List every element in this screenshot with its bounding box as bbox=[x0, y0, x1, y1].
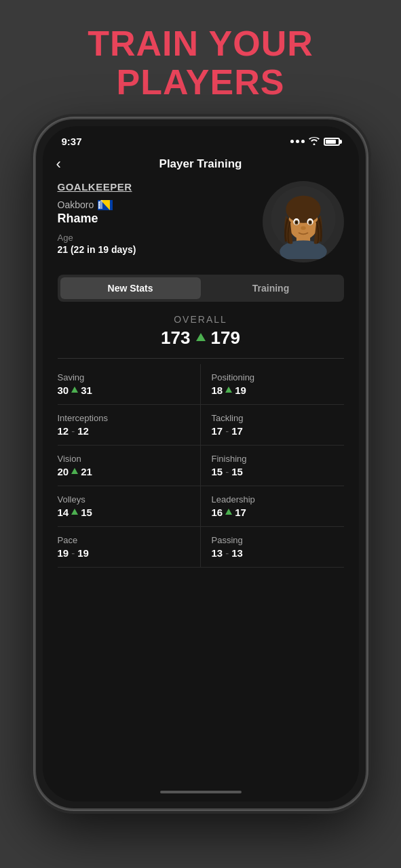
phone-shell: 9:37 bbox=[35, 118, 367, 810]
stat-old-value: 19 bbox=[58, 547, 69, 559]
tab-new-stats[interactable]: New Stats bbox=[60, 277, 201, 299]
stat-old-value: 16 bbox=[212, 507, 223, 518]
stat-name: Vision bbox=[58, 454, 189, 464]
back-button[interactable]: ‹ bbox=[56, 155, 78, 173]
stat-cell: Passing 13 - 13 bbox=[201, 527, 344, 568]
player-name: Rhame bbox=[58, 212, 136, 226]
header-title: Player Training bbox=[78, 157, 324, 171]
stat-dash: - bbox=[71, 547, 75, 559]
overall-section: OVERALL 173 179 bbox=[58, 314, 344, 349]
wifi-icon bbox=[309, 136, 320, 147]
stat-new-value: 13 bbox=[231, 547, 243, 559]
tab-training[interactable]: Training bbox=[201, 277, 341, 299]
stat-values: 12 - 12 bbox=[58, 425, 189, 437]
stat-arrow-up bbox=[225, 387, 232, 393]
stat-old-value: 17 bbox=[212, 425, 223, 437]
stat-values: 19 - 19 bbox=[58, 547, 189, 559]
headline: TRAIN YOUR PLAYERS bbox=[74, 0, 327, 118]
club-name: Oakboro bbox=[58, 199, 94, 210]
club-row: Oakboro ★ ★ ★ bbox=[58, 199, 136, 210]
side-button-mute bbox=[31, 240, 34, 264]
stat-new-value: 21 bbox=[81, 466, 92, 477]
battery-icon bbox=[324, 138, 340, 146]
stat-name: Interceptions bbox=[58, 413, 189, 423]
stat-arrow-up bbox=[71, 509, 78, 515]
stat-new-value: 19 bbox=[235, 384, 246, 396]
stat-old-value: 14 bbox=[58, 507, 69, 518]
stat-cell: Finishing 15 - 15 bbox=[201, 446, 344, 486]
phone-screen: 9:37 bbox=[43, 126, 359, 802]
stat-dash: - bbox=[71, 425, 75, 437]
stat-cell: Vision 20 21 bbox=[58, 446, 201, 486]
overall-values: 173 179 bbox=[58, 328, 344, 349]
stat-dash: - bbox=[225, 547, 229, 559]
stat-arrow-up bbox=[225, 509, 232, 515]
svg-point-17 bbox=[295, 222, 297, 224]
svg-point-12 bbox=[286, 196, 320, 223]
stat-cell: Volleys 14 15 bbox=[58, 486, 201, 527]
stat-arrow-up bbox=[71, 387, 78, 393]
stat-new-value: 17 bbox=[231, 425, 243, 437]
overall-arrow-up bbox=[196, 333, 206, 341]
header-nav: ‹ Player Training bbox=[43, 153, 359, 181]
tab-bar: New Stats Training bbox=[58, 275, 344, 302]
flag-icon: ★ ★ ★ bbox=[98, 200, 113, 210]
stat-old-value: 20 bbox=[58, 466, 69, 477]
stat-values: 15 - 15 bbox=[212, 466, 341, 477]
stats-grid: Saving 30 31 Positioning 18 19 Intercept… bbox=[58, 364, 344, 568]
stat-cell: Pace 19 - 19 bbox=[58, 527, 201, 568]
overall-label: OVERALL bbox=[58, 314, 344, 325]
stat-cell: Leadership 16 17 bbox=[201, 486, 344, 527]
stat-name: Saving bbox=[58, 372, 189, 382]
stat-old-value: 15 bbox=[212, 466, 223, 477]
player-info: GOALKEEPER Oakboro ★ bbox=[58, 181, 136, 255]
stat-name: Passing bbox=[212, 535, 341, 545]
headline-line1: TRAIN YOUR bbox=[88, 24, 313, 63]
age-label: Age bbox=[58, 233, 136, 243]
player-avatar-svg bbox=[266, 184, 341, 259]
headline-line2: PLAYERS bbox=[88, 63, 313, 102]
stat-name: Tackling bbox=[212, 413, 341, 423]
overall-new-value: 179 bbox=[211, 328, 240, 349]
stat-new-value: 19 bbox=[77, 547, 89, 559]
stat-name: Finishing bbox=[212, 454, 341, 464]
player-section: GOALKEEPER Oakboro ★ bbox=[58, 181, 344, 262]
stat-values: 17 - 17 bbox=[212, 425, 341, 437]
status-time: 9:37 bbox=[62, 136, 82, 147]
age-value: 21 (22 in 19 days) bbox=[58, 244, 136, 255]
stat-new-value: 12 bbox=[77, 425, 89, 437]
overall-divider bbox=[58, 358, 344, 359]
stat-values: 14 15 bbox=[58, 507, 189, 518]
stat-name: Volleys bbox=[58, 494, 189, 505]
stat-new-value: 15 bbox=[81, 507, 92, 518]
stat-name: Pace bbox=[58, 535, 189, 545]
stat-name: Positioning bbox=[212, 372, 341, 382]
position-label: GOALKEEPER bbox=[58, 181, 136, 193]
stat-old-value: 12 bbox=[58, 425, 69, 437]
side-button-vol-down bbox=[31, 321, 34, 362]
side-button-power bbox=[368, 281, 371, 335]
stat-old-value: 13 bbox=[212, 547, 223, 559]
home-indicator bbox=[43, 783, 359, 802]
signal-icon bbox=[290, 140, 305, 143]
stat-values: 20 21 bbox=[58, 466, 189, 477]
stat-name: Leadership bbox=[212, 494, 341, 505]
stat-dash: - bbox=[225, 425, 229, 437]
stat-values: 30 31 bbox=[58, 384, 189, 396]
svg-point-18 bbox=[309, 222, 311, 224]
stat-old-value: 30 bbox=[58, 384, 69, 396]
stat-values: 18 19 bbox=[212, 384, 341, 396]
stat-cell: Interceptions 12 - 12 bbox=[58, 405, 201, 446]
stat-cell: Tackling 17 - 17 bbox=[201, 405, 344, 446]
stat-values: 16 17 bbox=[212, 507, 341, 518]
status-bar: 9:37 bbox=[43, 126, 359, 153]
svg-point-19 bbox=[301, 226, 305, 231]
stat-arrow-up bbox=[71, 468, 78, 474]
svg-text:★: ★ bbox=[98, 206, 100, 209]
stat-dash: - bbox=[225, 466, 229, 477]
screen-content[interactable]: GOALKEEPER Oakboro ★ bbox=[43, 181, 359, 783]
stat-new-value: 15 bbox=[231, 466, 243, 477]
stat-cell: Positioning 18 19 bbox=[201, 364, 344, 405]
side-button-vol-up bbox=[31, 273, 34, 313]
avatar bbox=[263, 181, 344, 262]
